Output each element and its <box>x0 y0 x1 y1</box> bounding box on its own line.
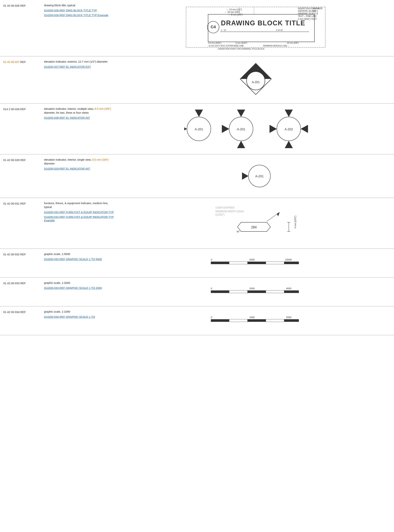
ref-number-031: 01 42 00-031 REF <box>3 202 26 205</box>
svg-rect-92 <box>248 319 266 322</box>
svg-text:A-202: A-202 <box>285 128 293 131</box>
visual-026: C4 DRAWING BLOCK TITLE 1 : 10 0 10 20 ← … <box>117 3 394 53</box>
link-031-2[interactable]: 014200-031-REF FURN FIXT & EQUIP INDICAT… <box>44 215 115 222</box>
desc-032: graphic scale, 1:5000 014200-032-REF GRA… <box>40 252 117 262</box>
svg-text:(13/32"): (13/32") <box>215 213 224 216</box>
svg-text:0: 0 <box>211 287 212 290</box>
visual-028: A2 A1 A-201 A2 A1 B1 A-201 <box>117 107 394 151</box>
svg-text:A2: A2 <box>239 112 243 115</box>
svg-text:USER DEFINED: USER DEFINED <box>215 206 234 209</box>
desc-026: drawing block title, typical 014200-026-… <box>40 3 117 18</box>
svg-text:4 mm (5/32"): 4 mm (5/32") <box>294 216 297 228</box>
ref-033: 01 42 00-033 REF <box>0 281 40 285</box>
svg-rect-77 <box>266 262 284 264</box>
visual-032: 0 5000 10000 <box>117 252 394 274</box>
ref-031: 01 42 00-031 REF <box>0 201 40 205</box>
link-027-1[interactable]: 014200-027-REF EL INDICATOR EXT <box>44 65 115 69</box>
scale-5000-svg: 0 5000 10000 <box>210 258 302 269</box>
svg-text:A1: A1 <box>271 127 274 130</box>
svg-text:GRAPHIC SCALE &: GRAPHIC SCALE & <box>298 12 318 15</box>
desc-028: elevation indicator, interior, multiple … <box>40 107 117 121</box>
svg-text:← 13 mm (1/2"): ← 13 mm (1/2") <box>226 8 242 11</box>
link-031-1[interactable]: 014200-031-REF FURN FIXT & EQUIP INDICAT… <box>44 210 115 214</box>
svg-text:A1: A1 <box>243 174 246 177</box>
svg-text:1000: 1000 <box>249 316 255 319</box>
svg-text:A1: A1 <box>223 127 226 130</box>
ref-026: 01 42 00-026 REF <box>0 3 40 7</box>
desc-033: graphic scale, 1:2000 014200-033-REF GRA… <box>40 281 117 291</box>
svg-text:A2: A2 <box>287 112 290 115</box>
row-027: 01 42 00-027 REF elevation indicator, ex… <box>0 56 394 104</box>
svg-text:A-201: A-201 <box>252 81 260 84</box>
ref-028: 014 2 00-028 REF <box>0 107 40 111</box>
svg-rect-90 <box>211 319 229 322</box>
svg-text:2.5 mm (3/32"): 2.5 mm (3/32") <box>208 42 221 44</box>
svg-rect-85 <box>266 290 284 293</box>
ref-number-032: 01 42 00-032 REF <box>3 253 26 256</box>
link-034-1[interactable]: 014200-034-REF GRAPHIC SCALE 1 TO <box>44 315 115 319</box>
svg-rect-93 <box>266 319 284 322</box>
furn-indicator-svg: USER DEFINED MINIMUM WIDTH 10mm (13/32")… <box>201 203 311 243</box>
row-028: 014 2 00-028 REF elevation indicator, in… <box>0 104 394 154</box>
desc-027: elevation indicator, exterior, 12.7 mm (… <box>40 60 117 70</box>
svg-marker-49 <box>285 141 293 148</box>
ref-number-029: 01 42 00-029 REF <box>3 158 26 162</box>
row-033: 01 42 00-033 REF graphic scale, 1:2000 0… <box>0 277 394 306</box>
svg-text:TEXT – FINE LINE: TEXT – FINE LINE <box>298 15 316 17</box>
svg-text:5 mm (3/16"): 5 mm (3/16") <box>236 42 247 44</box>
svg-marker-65 <box>277 212 280 216</box>
svg-rect-78 <box>284 262 299 264</box>
ref-032: 01 42 00-032 REF <box>0 252 40 256</box>
visual-034: 0 1000 2000 <box>117 310 394 332</box>
svg-text:2000: 2000 <box>286 316 291 319</box>
svg-text:A-201: A-201 <box>237 128 245 131</box>
indicator-ext-svg: A4 A-201 <box>238 62 274 98</box>
svg-text:C4: C4 <box>211 25 216 29</box>
svg-rect-84 <box>248 290 266 293</box>
svg-rect-82 <box>211 290 229 293</box>
svg-text:B1: B1 <box>303 127 306 130</box>
svg-text:← 6 mm (1/4"): ← 6 mm (1/4") <box>228 13 243 16</box>
desc-031: furniture, fixture, & equipment indicato… <box>40 201 117 223</box>
svg-text:DRAWING MODULE LINE –: DRAWING MODULE LINE – <box>263 45 289 47</box>
scale-2000-svg: 0 2000 4000 <box>210 286 302 297</box>
svg-text:4000: 4000 <box>286 287 291 290</box>
svg-rect-74 <box>211 262 229 264</box>
visual-031: USER DEFINED MINIMUM WIDTH 10mm (13/32")… <box>117 201 394 245</box>
svg-text:A-201: A-201 <box>255 175 264 178</box>
svg-text:–6 mm (1/4") TEXT, EXTRA WIDE : –6 mm (1/4") TEXT, EXTRA WIDE LINE <box>208 45 244 47</box>
svg-rect-94 <box>284 319 299 322</box>
link-028-1[interactable]: 014200-028-REF EL INDICATOR INT <box>44 116 115 120</box>
ref-number-033: 01 42 00-033 REF <box>3 282 26 285</box>
svg-rect-86 <box>284 290 299 293</box>
link-032-1[interactable]: 014200-032-REF GRAPHIC SCALE 1 TO 5000 <box>44 257 115 261</box>
svg-text:0: 0 <box>211 316 212 319</box>
desc-text-032: graphic scale, 1:5000 <box>44 252 115 256</box>
ref-number-034: 01 42 00-034 REF <box>3 310 26 314</box>
visual-033: 0 2000 4000 <box>117 281 394 303</box>
desc-034: graphic scale, 1:1000 014200-034-REF GRA… <box>40 310 117 320</box>
link-033-1[interactable]: 014200-033-REF GRAPHIC SCALE 1 TO 2000 <box>44 286 115 290</box>
svg-text:← 16 mm (5/8"): ← 16 mm (5/8") <box>225 11 240 13</box>
svg-rect-83 <box>229 290 248 293</box>
svg-text:2000: 2000 <box>249 287 255 290</box>
link-026-1[interactable]: 014200-026-REF DWG BLOCK TITLE TYP <box>44 9 115 12</box>
svg-marker-32 <box>184 125 187 133</box>
ref-number-028: 014 2 00-028 REF <box>3 108 26 111</box>
svg-text:284: 284 <box>251 225 256 229</box>
svg-text:10000: 10000 <box>285 258 292 261</box>
link-029-1[interactable]: 014200-029-REF EL INDICATOR INT <box>44 167 115 170</box>
visual-027: A4 A-201 <box>117 60 394 100</box>
svg-text:1 : 10: 1 : 10 <box>221 29 226 31</box>
link-026-2[interactable]: 014200-026-REF DWG BLOCK TITLE TYP Examp… <box>44 13 115 17</box>
svg-text:13 mm: 13 mm <box>313 7 319 10</box>
desc-text-031: furniture, fixture, & equipment indicato… <box>44 201 115 209</box>
ref-number-027: 01 42 00-027 REF <box>3 60 26 64</box>
svg-text:2 mm (5/64") TEXT: 2 mm (5/64") TEXT <box>298 18 317 20</box>
scale-1000-svg: 0 1000 2000 <box>210 315 302 326</box>
svg-text:5000: 5000 <box>249 258 255 261</box>
visual-029: A1 A-201 <box>117 158 394 194</box>
svg-marker-40 <box>237 141 245 148</box>
svg-rect-75 <box>229 262 248 264</box>
svg-text:0        10        20: 0 10 20 <box>276 29 283 31</box>
